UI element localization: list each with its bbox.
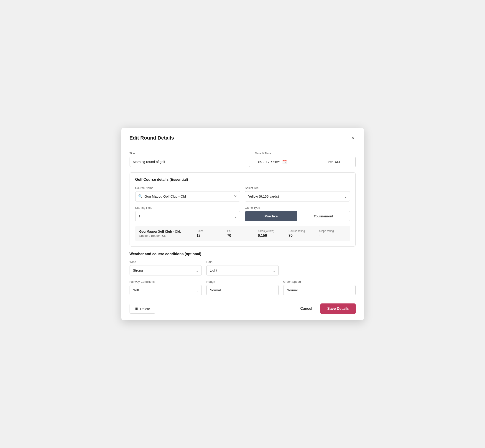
yards-value: 6,156 [258,233,284,238]
calendar-icon: 📅 [282,160,287,164]
slope-rating-label: Slope rating [319,230,346,233]
weather-section: Weather and course conditions (optional)… [129,252,356,295]
title-input[interactable] [129,157,251,167]
time-part[interactable]: 7:31 AM [312,157,356,167]
modal-header: Edit Round Details × [129,135,356,145]
select-tee-col: Select Tee Yellow (6,156 yards) ⌄ [245,186,350,201]
course-name-label: Course Name [135,186,241,190]
holes-stat: Holes 18 [192,230,223,238]
game-type-label: Game Type [245,206,350,209]
starting-hole-dropdown[interactable]: 1 [135,211,241,221]
date-day: 12 [266,160,270,164]
course-rating-value: 70 [289,233,315,238]
date-part[interactable]: 05 / 12 / 2021 📅 [255,157,312,167]
slope-rating-stat: Slope rating - [315,230,346,238]
fairway-label: Fairway Conditions [129,280,202,283]
cancel-button[interactable]: Cancel [297,304,315,313]
wind-rain-row: Wind None Light Moderate Strong ⌄ Rain N… [129,260,356,275]
date-time-label: Date & Time [255,152,356,155]
date-time-field-group: Date & Time 05 / 12 / 2021 📅 7:31 AM [255,152,356,167]
rough-select-wrap: Short Normal Long ⌄ [206,285,279,295]
holes-value: 18 [196,233,223,238]
slope-rating-value: - [319,233,346,238]
course-name-input[interactable] [145,192,234,201]
course-rating-stat: Course rating 70 [284,230,315,238]
game-type-col: Game Type Practice Tournament [245,206,350,221]
rough-col: Rough Short Normal Long ⌄ [206,280,279,295]
course-name-search-wrap[interactable]: 🔍 ✕ [135,191,241,201]
wind-label: Wind [129,260,202,264]
footer-right: Cancel Save Details [297,304,356,314]
par-label: Par [227,230,254,233]
green-speed-select-wrap: Slow Normal Fast ⌄ [283,285,356,295]
time-value: 7:31 AM [327,160,340,164]
select-tee-label: Select Tee [245,186,350,190]
rain-dropdown[interactable]: None Light Moderate Heavy [206,265,279,275]
starting-hole-col: Starting Hole 1 ⌄ [135,206,241,221]
modal-title: Edit Round Details [129,135,174,141]
game-type-toggle: Practice Tournament [245,211,350,221]
rain-label: Rain [206,260,279,264]
top-fields-row: Title Date & Time 05 / 12 / 2021 📅 7:31 … [129,152,356,167]
green-speed-label: Green Speed [283,280,356,283]
golf-course-section-title: Golf Course details (Essential) [135,177,350,182]
course-name-col: Course Name 🔍 ✕ [135,186,241,201]
save-button[interactable]: Save Details [320,304,356,314]
wind-dropdown[interactable]: None Light Moderate Strong [129,265,202,275]
fairway-select-wrap: Soft Normal Hard ⌄ [129,285,202,295]
par-stat: Par 70 [223,230,254,238]
title-field-group: Title [129,152,251,167]
course-name-tee-row: Course Name 🔍 ✕ Select Tee Yellow (6,156… [135,186,350,201]
course-name-location: Gog Magog Golf Club - Old, Shelford Bott… [139,230,192,237]
select-tee-wrap: Yellow (6,156 yards) ⌄ [245,191,350,201]
fairway-dropdown[interactable]: Soft Normal Hard [129,285,202,295]
close-button[interactable]: × [350,135,356,141]
yards-label: Yards(Yellow) [258,230,284,233]
title-label: Title [129,152,251,155]
rough-label: Rough [206,280,279,283]
edit-round-modal: Edit Round Details × Title Date & Time 0… [121,128,364,320]
fairway-rough-green-row: Fairway Conditions Soft Normal Hard ⌄ Ro… [129,280,356,295]
date-time-row: 05 / 12 / 2021 📅 7:31 AM [255,157,356,167]
fairway-col: Fairway Conditions Soft Normal Hard ⌄ [129,280,202,295]
course-info-location: Shelford Bottom, UK [139,234,192,237]
green-speed-dropdown[interactable]: Slow Normal Fast [283,285,356,295]
yards-stat: Yards(Yellow) 6,156 [254,230,284,238]
select-tee-dropdown[interactable]: Yellow (6,156 yards) [245,191,350,201]
course-rating-label: Course rating [289,230,315,233]
weather-section-title: Weather and course conditions (optional) [129,252,356,256]
wind-select-wrap: None Light Moderate Strong ⌄ [129,265,202,275]
starting-hole-gametype-row: Starting Hole 1 ⌄ Game Type Practice Tou… [135,206,350,221]
green-speed-col: Green Speed Slow Normal Fast ⌄ [283,280,356,295]
rain-select-wrap: None Light Moderate Heavy ⌄ [206,265,279,275]
date-year: 2021 [273,160,281,164]
course-info-name: Gog Magog Golf Club - Old, [139,230,192,233]
course-info-bar: Gog Magog Golf Club - Old, Shelford Bott… [135,226,350,241]
practice-toggle-button[interactable]: Practice [245,211,297,221]
holes-label: Holes [196,230,223,233]
rain-col: Rain None Light Moderate Heavy ⌄ [206,260,279,275]
search-icon: 🔍 [138,194,143,199]
delete-button[interactable]: 🗑 Delete [129,304,155,314]
golf-course-section: Golf Course details (Essential) Course N… [129,172,356,247]
tournament-toggle-button[interactable]: Tournament [297,211,350,221]
par-value: 70 [227,233,254,238]
trash-icon: 🗑 [135,307,138,311]
date-month: 05 [258,160,262,164]
starting-hole-label: Starting Hole [135,206,241,209]
course-name-clear-button[interactable]: ✕ [233,194,237,199]
starting-hole-wrap: 1 ⌄ [135,211,241,221]
footer-row: 🗑 Delete Cancel Save Details [129,302,356,314]
rough-dropdown[interactable]: Short Normal Long [206,285,279,295]
wind-col: Wind None Light Moderate Strong ⌄ [129,260,202,275]
